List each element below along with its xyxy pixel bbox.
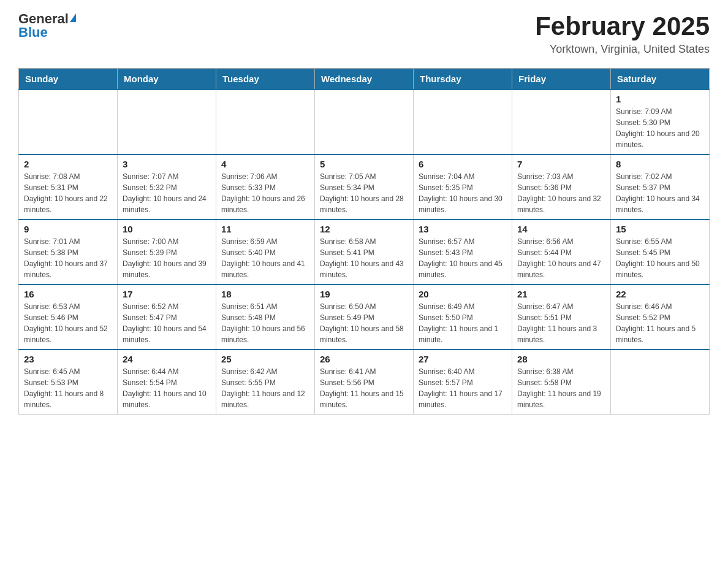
day-info: Sunrise: 6:40 AM Sunset: 5:57 PM Dayligh…	[419, 367, 502, 409]
day-info: Sunrise: 6:52 AM Sunset: 5:47 PM Dayligh…	[123, 302, 207, 344]
day-info: Sunrise: 6:55 AM Sunset: 5:45 PM Dayligh…	[616, 237, 700, 279]
day-info: Sunrise: 6:58 AM Sunset: 5:41 PM Dayligh…	[320, 237, 404, 279]
day-info: Sunrise: 7:05 AM Sunset: 5:34 PM Dayligh…	[320, 172, 404, 214]
calendar-day-cell: 10Sunrise: 7:00 AM Sunset: 5:39 PM Dayli…	[118, 220, 216, 285]
calendar-day-cell: 14Sunrise: 6:56 AM Sunset: 5:44 PM Dayli…	[512, 220, 611, 285]
calendar-day-cell: 21Sunrise: 6:47 AM Sunset: 5:51 PM Dayli…	[512, 285, 611, 350]
day-info: Sunrise: 6:42 AM Sunset: 5:55 PM Dayligh…	[221, 367, 305, 409]
calendar-day-cell: 8Sunrise: 7:02 AM Sunset: 5:37 PM Daylig…	[611, 155, 710, 220]
day-number: 9	[24, 224, 112, 234]
logo: General Blue	[18, 12, 76, 39]
calendar-day-cell	[216, 90, 315, 155]
calendar-day-header: Wednesday	[315, 69, 414, 90]
calendar-day-cell	[118, 90, 216, 155]
calendar-week-row: 1Sunrise: 7:09 AM Sunset: 5:30 PM Daylig…	[19, 90, 710, 155]
day-info: Sunrise: 7:04 AM Sunset: 5:35 PM Dayligh…	[419, 172, 502, 214]
calendar-day-cell: 25Sunrise: 6:42 AM Sunset: 5:55 PM Dayli…	[216, 350, 315, 415]
day-number: 27	[419, 354, 507, 364]
day-number: 7	[517, 159, 605, 169]
calendar-week-row: 23Sunrise: 6:45 AM Sunset: 5:53 PM Dayli…	[19, 350, 710, 415]
calendar-week-row: 2Sunrise: 7:08 AM Sunset: 5:31 PM Daylig…	[19, 155, 710, 220]
day-number: 8	[616, 159, 704, 169]
day-number: 14	[517, 224, 605, 234]
day-number: 15	[616, 224, 704, 234]
calendar-day-header: Sunday	[19, 69, 118, 90]
calendar-day-cell	[414, 90, 512, 155]
calendar-day-header: Thursday	[414, 69, 512, 90]
day-info: Sunrise: 7:03 AM Sunset: 5:36 PM Dayligh…	[517, 172, 601, 214]
day-info: Sunrise: 6:45 AM Sunset: 5:53 PM Dayligh…	[24, 367, 104, 409]
calendar-day-header: Saturday	[611, 69, 710, 90]
day-number: 18	[221, 289, 309, 299]
day-number: 6	[419, 159, 507, 169]
day-info: Sunrise: 7:00 AM Sunset: 5:39 PM Dayligh…	[123, 237, 207, 279]
calendar-day-cell: 27Sunrise: 6:40 AM Sunset: 5:57 PM Dayli…	[414, 350, 512, 415]
calendar-week-row: 9Sunrise: 7:01 AM Sunset: 5:38 PM Daylig…	[19, 220, 710, 285]
calendar-day-cell	[512, 90, 611, 155]
day-info: Sunrise: 6:44 AM Sunset: 5:54 PM Dayligh…	[123, 367, 207, 409]
day-info: Sunrise: 6:59 AM Sunset: 5:40 PM Dayligh…	[221, 237, 305, 279]
logo-blue-text: Blue	[18, 26, 48, 39]
day-number: 1	[616, 94, 704, 104]
day-info: Sunrise: 7:08 AM Sunset: 5:31 PM Dayligh…	[24, 172, 108, 214]
calendar-day-cell: 17Sunrise: 6:52 AM Sunset: 5:47 PM Dayli…	[118, 285, 216, 350]
calendar-day-cell: 23Sunrise: 6:45 AM Sunset: 5:53 PM Dayli…	[19, 350, 118, 415]
location-subtitle: Yorktown, Virginia, United States	[535, 43, 710, 56]
day-info: Sunrise: 7:07 AM Sunset: 5:32 PM Dayligh…	[123, 172, 207, 214]
calendar-day-cell: 18Sunrise: 6:51 AM Sunset: 5:48 PM Dayli…	[216, 285, 315, 350]
calendar-day-cell: 6Sunrise: 7:04 AM Sunset: 5:35 PM Daylig…	[414, 155, 512, 220]
calendar-week-row: 16Sunrise: 6:53 AM Sunset: 5:46 PM Dayli…	[19, 285, 710, 350]
page-header: General Blue February 2025 Yorktown, Vir…	[18, 12, 710, 56]
day-number: 25	[221, 354, 309, 364]
day-number: 12	[320, 224, 408, 234]
day-number: 10	[123, 224, 211, 234]
day-info: Sunrise: 6:47 AM Sunset: 5:51 PM Dayligh…	[517, 302, 597, 344]
day-number: 19	[320, 289, 408, 299]
calendar-day-cell: 24Sunrise: 6:44 AM Sunset: 5:54 PM Dayli…	[118, 350, 216, 415]
calendar-day-cell: 11Sunrise: 6:59 AM Sunset: 5:40 PM Dayli…	[216, 220, 315, 285]
calendar-day-header: Friday	[512, 69, 611, 90]
calendar-day-cell	[19, 90, 118, 155]
day-number: 26	[320, 354, 408, 364]
day-number: 20	[419, 289, 507, 299]
day-info: Sunrise: 7:09 AM Sunset: 5:30 PM Dayligh…	[616, 107, 700, 149]
day-number: 28	[517, 354, 605, 364]
calendar-day-cell: 4Sunrise: 7:06 AM Sunset: 5:33 PM Daylig…	[216, 155, 315, 220]
day-info: Sunrise: 7:01 AM Sunset: 5:38 PM Dayligh…	[24, 237, 108, 279]
calendar-day-cell: 19Sunrise: 6:50 AM Sunset: 5:49 PM Dayli…	[315, 285, 414, 350]
calendar-day-cell: 26Sunrise: 6:41 AM Sunset: 5:56 PM Dayli…	[315, 350, 414, 415]
day-info: Sunrise: 6:49 AM Sunset: 5:50 PM Dayligh…	[419, 302, 498, 344]
calendar-day-cell: 5Sunrise: 7:05 AM Sunset: 5:34 PM Daylig…	[315, 155, 414, 220]
calendar-day-cell: 28Sunrise: 6:38 AM Sunset: 5:58 PM Dayli…	[512, 350, 611, 415]
logo-triangle-icon	[70, 13, 76, 22]
day-info: Sunrise: 6:46 AM Sunset: 5:52 PM Dayligh…	[616, 302, 696, 344]
calendar-day-cell: 15Sunrise: 6:55 AM Sunset: 5:45 PM Dayli…	[611, 220, 710, 285]
day-number: 4	[221, 159, 309, 169]
calendar-day-cell: 3Sunrise: 7:07 AM Sunset: 5:32 PM Daylig…	[118, 155, 216, 220]
day-info: Sunrise: 6:51 AM Sunset: 5:48 PM Dayligh…	[221, 302, 305, 344]
day-number: 21	[517, 289, 605, 299]
calendar-day-cell	[611, 350, 710, 415]
day-number: 17	[123, 289, 211, 299]
calendar-day-cell	[315, 90, 414, 155]
calendar-day-cell: 20Sunrise: 6:49 AM Sunset: 5:50 PM Dayli…	[414, 285, 512, 350]
calendar-header-row: SundayMondayTuesdayWednesdayThursdayFrid…	[19, 69, 710, 90]
calendar-day-header: Monday	[118, 69, 216, 90]
calendar-day-cell: 9Sunrise: 7:01 AM Sunset: 5:38 PM Daylig…	[19, 220, 118, 285]
day-number: 13	[419, 224, 507, 234]
calendar-day-cell: 12Sunrise: 6:58 AM Sunset: 5:41 PM Dayli…	[315, 220, 414, 285]
calendar-day-header: Tuesday	[216, 69, 315, 90]
calendar-day-cell: 7Sunrise: 7:03 AM Sunset: 5:36 PM Daylig…	[512, 155, 611, 220]
calendar-day-cell: 1Sunrise: 7:09 AM Sunset: 5:30 PM Daylig…	[611, 90, 710, 155]
day-info: Sunrise: 6:56 AM Sunset: 5:44 PM Dayligh…	[517, 237, 601, 279]
day-info: Sunrise: 6:41 AM Sunset: 5:56 PM Dayligh…	[320, 367, 404, 409]
calendar-day-cell: 13Sunrise: 6:57 AM Sunset: 5:43 PM Dayli…	[414, 220, 512, 285]
day-info: Sunrise: 7:06 AM Sunset: 5:33 PM Dayligh…	[221, 172, 305, 214]
day-number: 2	[24, 159, 112, 169]
day-number: 16	[24, 289, 112, 299]
day-number: 5	[320, 159, 408, 169]
calendar-day-cell: 16Sunrise: 6:53 AM Sunset: 5:46 PM Dayli…	[19, 285, 118, 350]
day-number: 3	[123, 159, 211, 169]
title-block: February 2025 Yorktown, Virginia, United…	[535, 12, 710, 56]
month-title: February 2025	[535, 12, 710, 40]
